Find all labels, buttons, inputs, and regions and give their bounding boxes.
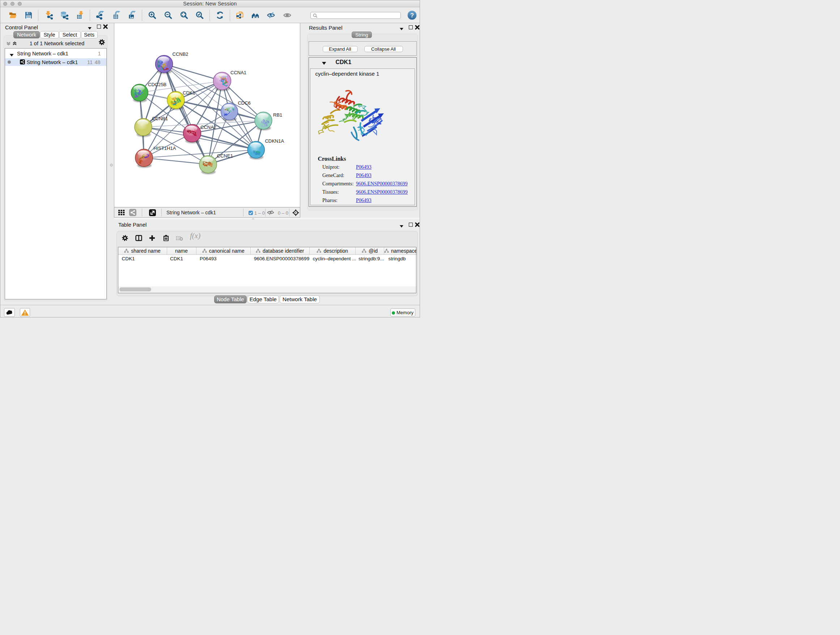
svg-text:CCNA1: CCNA1: [231, 70, 246, 75]
svg-text:RB1: RB1: [273, 112, 282, 118]
svg-text:CCNB1: CCNB1: [152, 116, 168, 121]
svg-text:CDK1: CDK1: [183, 90, 195, 96]
svg-text:?: ?: [410, 12, 414, 19]
svg-text:CCNE1: CCNE1: [217, 153, 233, 158]
svg-text:HIST1H1A: HIST1H1A: [153, 146, 176, 151]
svg-text:CCNB2: CCNB2: [172, 51, 188, 57]
svg-text:CDKN1A: CDKN1A: [265, 138, 284, 144]
svg-text:CCNA2: CCNA2: [201, 125, 216, 130]
svg-text:CDC25B: CDC25B: [148, 82, 166, 87]
svg-text:CDC6: CDC6: [238, 100, 250, 106]
